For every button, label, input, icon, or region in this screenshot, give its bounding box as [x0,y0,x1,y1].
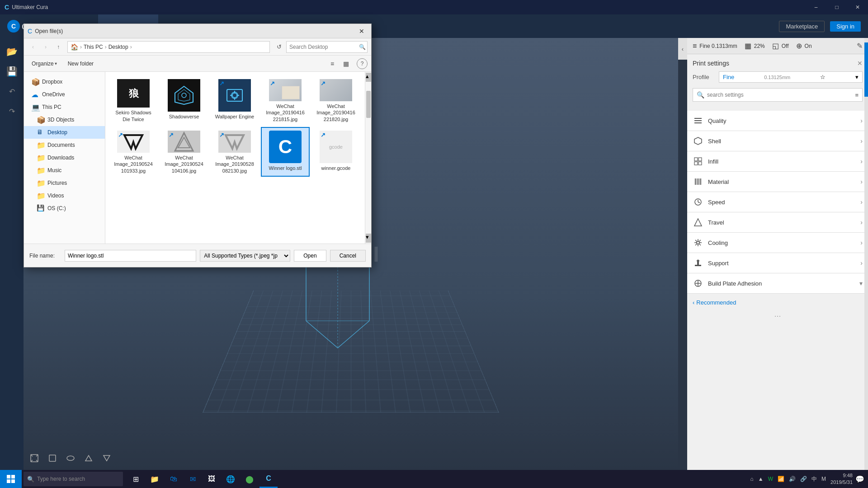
refresh-button[interactable]: ↺ [274,42,284,52]
cancel-button[interactable]: Cancel [330,250,366,262]
taskbar-icon-explorer[interactable]: 📁 [146,470,164,488]
open-button[interactable]: Open [294,250,326,262]
file-item-wechat4[interactable]: ↗ WeChat Image_20190524 104106.jpg [160,127,208,177]
file-item-winner-logo[interactable]: C Winner logo.stl [261,127,310,177]
settings-item-build-plate[interactable]: Build Plate Adhesion ▾ [687,273,868,294]
notification-icon[interactable]: 💬 [855,475,864,483]
panel-scrollbar[interactable] [864,38,868,470]
scrollbar-thumb[interactable] [366,91,371,118]
panel-edit-button[interactable]: ✎ [857,42,863,50]
taskbar-clock[interactable]: 9:48 2019/5/31 [830,472,853,486]
taskbar-icon-mail[interactable]: ✉ [184,470,202,488]
sidebar-item-downloads[interactable]: 📁 Downloads [24,151,105,164]
profile-selector[interactable]: Fine 0.13125mm ☆ ▾ [719,71,863,83]
open-file-dialog: C Open file(s) ✕ ‹ › ↑ 🏠 › This PC › Des… [24,23,372,267]
organize-button[interactable]: Organize ▾ [28,59,61,69]
settings-item-speed[interactable]: Speed › [687,192,868,212]
file-item-wechat1[interactable]: ↗ WeChat Image_20190416 221815.jpg [261,75,310,125]
infill-item: ▦ 22% [745,42,765,50]
settings-item-support[interactable]: Support › [687,253,868,273]
sidebar-item-onedrive[interactable]: ☁ OneDrive [24,88,105,101]
sidebar-item-osc[interactable]: 💾 OS (C:) [24,202,105,215]
signin-button[interactable]: Sign in [830,21,861,32]
details-view-button[interactable]: ▦ [340,57,352,70]
front-view-icon[interactable] [45,451,60,465]
file-grid-scrollbar[interactable]: ▴ ▾ [365,72,371,244]
dropbox-icon: 📦 [31,78,39,86]
taskbar-search[interactable]: 🔍 Type here to search [24,472,123,486]
dialog-close-button[interactable]: ✕ [356,25,368,37]
systray-up-arrow[interactable]: ▲ [756,476,765,482]
file-item-wallpaper[interactable]: ↗ Wallpaper Engine [210,75,259,125]
file-item-sekiro[interactable]: 狼 Sekiro Shadows Die Twice [109,75,158,125]
sidebar-item-videos[interactable]: 📁 Videos [24,189,105,202]
settings-item-cooling[interactable]: Cooling › [687,233,868,253]
right-view-icon[interactable] [99,451,114,465]
downloads-folder-icon: 📁 [37,154,45,162]
taskbar-icon-edge[interactable]: 🌐 [222,470,240,488]
filename-input[interactable] [65,250,196,262]
toolbar-redo[interactable]: ↷ [3,102,21,120]
settings-item-quality[interactable]: Quality › [687,111,868,131]
toolbar-undo[interactable]: ↶ [3,82,21,100]
perspective-icon[interactable] [27,451,42,465]
forward-button[interactable]: › [40,42,51,52]
file-item-wechat3[interactable]: ↗ WeChat Image_20190524 101933.jpg [109,127,158,177]
sidebar-item-documents[interactable]: 📁 Documents [24,139,105,151]
settings-close-button[interactable]: ✕ [857,60,863,67]
recommended-button[interactable]: ‹ Recommended [693,299,863,306]
search-input[interactable] [289,44,357,50]
file-item-winner-gcode[interactable]: gcode ↗ winner.gcode [311,127,360,177]
sidebar-item-music[interactable]: 📁 Music [24,164,105,177]
toolbar-open[interactable]: 📂 [3,42,21,61]
file-item-shadowverse[interactable]: Shadowverse [160,75,208,125]
systray-input[interactable]: M [820,476,828,482]
top-view-icon[interactable] [63,451,78,465]
systray-network[interactable]: ⌂ [749,476,755,482]
sidebar-item-thispc[interactable]: 💻 This PC [24,101,105,113]
breadcrumb-thispc[interactable]: This PC [84,44,103,50]
settings-item-material[interactable]: Material › [687,172,868,192]
settings-menu-icon[interactable]: ≡ [855,92,859,99]
new-folder-button[interactable]: New folder [64,59,98,69]
settings-item-shell[interactable]: Shell › [687,131,868,151]
list-view-button[interactable]: ≡ [326,57,339,70]
up-button[interactable]: ↑ [53,42,64,52]
filetype-select[interactable]: All Supported Types (*.jpeg *jp [200,250,290,262]
file-item-wechat5[interactable]: ↗ WeChat Image_20190528 082130.jpg [210,127,259,177]
settings-item-travel[interactable]: Travel › [687,212,868,233]
minimize-button[interactable]: – [806,0,826,14]
start-button[interactable] [0,470,22,488]
file-name-winner-gcode: winner.gcode [321,165,351,171]
systray-link[interactable]: 🔗 [798,476,809,482]
sidebar-item-desktop[interactable]: 🖥 Desktop [24,126,105,139]
panel-collapse-arrow[interactable]: ‹ [678,38,687,60]
settings-item-infill[interactable]: Infill › [687,151,868,172]
close-button[interactable]: ✕ [847,0,868,14]
back-button[interactable]: ‹ [28,42,38,52]
scrollbar-down-button[interactable]: ▾ [366,234,371,243]
systray-lang[interactable]: 中 [810,475,819,483]
toolbar-save[interactable]: 💾 [3,62,21,80]
taskbar-icon-taskview[interactable]: ⊞ [127,470,145,488]
sidebar-item-pictures[interactable]: 📁 Pictures [24,177,105,189]
systray-wechat[interactable]: W [766,476,775,482]
taskbar-icon-chrome[interactable]: ⬤ [241,470,259,488]
cooling-icon [693,237,703,248]
taskbar-icon-cura[interactable]: C [259,470,278,488]
sidebar-item-3dobjects[interactable]: 📦 3D Objects [24,113,105,126]
search-settings-input[interactable] [707,92,852,98]
systray-volume[interactable]: 🔊 [787,476,797,482]
scrollbar-up-button[interactable]: ▴ [366,73,371,82]
left-view-icon[interactable] [81,451,96,465]
file-item-wechat2[interactable]: ↗ WeChat Image_20190416 221820.jpg [311,75,360,125]
systray-wifi[interactable]: 📶 [776,476,786,482]
maximize-button[interactable]: □ [826,0,847,14]
adhesion-item: ⊕ On [796,42,812,50]
taskbar-icon-photos[interactable]: 🖼 [203,470,221,488]
breadcrumb-desktop[interactable]: Desktop [108,44,128,50]
marketplace-button[interactable]: Marketplace [779,21,825,32]
taskbar-icon-store[interactable]: 🛍 [165,470,183,488]
help-button[interactable]: ? [357,58,368,69]
sidebar-item-dropbox[interactable]: 📦 Dropbox [24,75,105,88]
